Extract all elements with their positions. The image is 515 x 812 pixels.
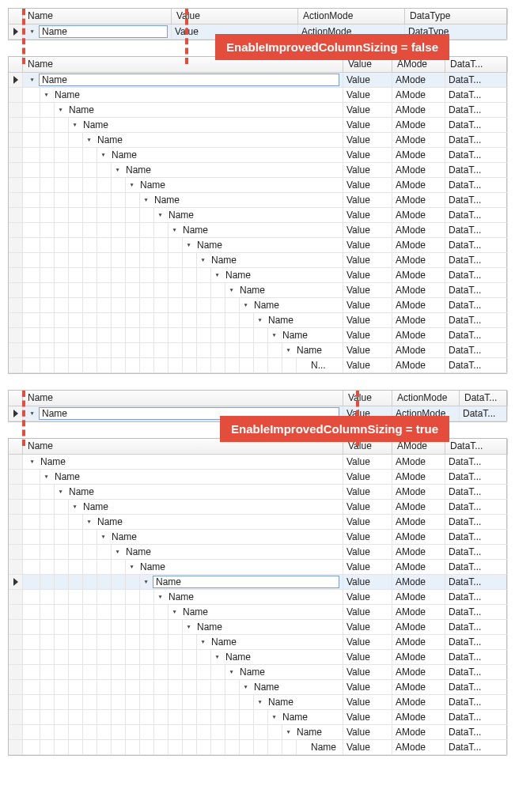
tree-row[interactable]: NameValueAModeDataT...	[9, 665, 506, 680]
cell-name[interactable]: Name	[23, 485, 343, 500]
cell-name[interactable]: Name	[23, 343, 343, 358]
cell-value[interactable]: Value	[343, 103, 392, 118]
cell-name[interactable]: Name	[23, 680, 343, 695]
cell-name[interactable]: Name	[23, 500, 343, 515]
tree-row[interactable]: NameValueAModeDataT...	[9, 343, 506, 358]
cell-value[interactable]: Value	[343, 358, 392, 373]
tree-row[interactable]: NameValueAModeDataT...	[9, 635, 506, 650]
cell-value[interactable]: Value	[343, 455, 392, 470]
expand-collapse-icon[interactable]	[55, 488, 67, 496]
tree-row[interactable]: NameValueAModeDataT...	[9, 590, 506, 605]
cell-name[interactable]: Name	[23, 193, 343, 208]
cell-datatype[interactable]: DataT...	[445, 590, 508, 605]
cell-datatype[interactable]: DataT...	[445, 223, 508, 238]
column-header-name[interactable]: Name	[23, 391, 343, 406]
expand-collapse-icon[interactable]	[140, 578, 153, 586]
cell-value[interactable]: Value	[343, 620, 392, 635]
cell-name[interactable]: N...	[23, 358, 343, 373]
tree-row[interactable]: NameValueAModeDataT...	[9, 268, 506, 283]
cell-actionmode[interactable]: AMode	[392, 605, 445, 620]
cell-name[interactable]: Name	[23, 253, 343, 268]
column-header-am[interactable]: ActionMode	[392, 391, 460, 406]
cell-value[interactable]: Value	[343, 313, 392, 328]
tree-row[interactable]: NameValueAModeDataT...	[9, 118, 506, 133]
expand-collapse-icon[interactable]	[112, 548, 124, 556]
cell-name[interactable]: Name	[23, 268, 343, 283]
expand-collapse-icon[interactable]	[254, 316, 267, 324]
cell-actionmode[interactable]: AMode	[392, 358, 445, 373]
expand-collapse-icon[interactable]	[211, 271, 224, 279]
cell-value[interactable]: Value	[343, 530, 392, 545]
cell-value[interactable]: Value	[343, 680, 392, 695]
cell-actionmode[interactable]: AMode	[392, 238, 445, 253]
cell-name[interactable]: Name	[23, 590, 343, 605]
cell-datatype[interactable]: DataT...	[445, 283, 508, 298]
cell-datatype[interactable]: DataT...	[445, 455, 508, 470]
expand-collapse-icon[interactable]	[254, 698, 267, 706]
tree-row[interactable]: NameValueAModeDataT...	[9, 313, 506, 328]
cell-value[interactable]: Value	[343, 343, 392, 358]
cell-actionmode[interactable]: AMode	[392, 88, 445, 103]
cell-actionmode[interactable]: AMode	[392, 635, 445, 650]
cell-value[interactable]: Value	[343, 148, 392, 163]
cell-datatype[interactable]: DataT...	[445, 530, 508, 545]
cell-actionmode[interactable]: AMode	[392, 515, 445, 530]
cell-name[interactable]: Name	[23, 298, 343, 313]
cell-datatype[interactable]: DataT...	[445, 470, 508, 485]
expand-collapse-icon[interactable]	[282, 346, 295, 354]
expand-collapse-icon[interactable]	[97, 533, 110, 541]
tree-row[interactable]: NameValueAModeDataT...	[9, 575, 506, 590]
cell-datatype[interactable]: DataT...	[445, 620, 508, 635]
expand-collapse-icon[interactable]	[112, 166, 124, 174]
expand-collapse-icon[interactable]	[169, 226, 181, 234]
cell-value[interactable]: Value	[343, 208, 392, 223]
cell-datatype[interactable]: DataT...	[445, 73, 508, 88]
cell-name[interactable]: Name	[23, 148, 343, 163]
cell-actionmode[interactable]: AMode	[392, 455, 445, 470]
cell-datatype[interactable]: DataT...	[445, 710, 508, 725]
tree-row[interactable]: NameValueAModeDataT...	[9, 133, 506, 148]
cell-value[interactable]: Value	[343, 223, 392, 238]
cell-name[interactable]: Name	[23, 283, 343, 298]
cell-datatype[interactable]: DataT...	[445, 500, 508, 515]
cell-actionmode[interactable]: AMode	[392, 650, 445, 665]
tree-row[interactable]: NameValueAModeDataT...	[9, 283, 506, 298]
cell-name[interactable]: Name	[23, 560, 343, 575]
cell-actionmode[interactable]: AMode	[392, 268, 445, 283]
cell-name[interactable]: Name	[23, 650, 343, 665]
expand-collapse-icon[interactable]	[282, 728, 295, 736]
cell-name[interactable]: Name	[23, 545, 343, 560]
tree-row[interactable]: NameValueAModeDataT...	[9, 73, 506, 88]
tree-row[interactable]: NameValueAModeDataT...	[9, 470, 506, 485]
cell-name[interactable]: Name	[23, 328, 343, 343]
column-header-dt[interactable]: DataT...	[445, 439, 508, 455]
cell-datatype[interactable]: DataT...	[445, 358, 508, 373]
cell-value[interactable]: Value	[343, 515, 392, 530]
tree-row[interactable]: NameValueAModeDataT...	[9, 88, 506, 103]
expand-collapse-icon[interactable]	[197, 256, 210, 264]
cell-actionmode[interactable]: AMode	[392, 560, 445, 575]
expand-collapse-icon[interactable]	[240, 301, 252, 309]
cell-actionmode[interactable]: AMode	[392, 680, 445, 695]
expand-collapse-icon[interactable]	[240, 683, 252, 691]
cell-actionmode[interactable]: AMode	[392, 283, 445, 298]
cell-actionmode[interactable]: AMode	[392, 118, 445, 133]
cell-name[interactable]: Name	[23, 725, 343, 740]
name-edit-input[interactable]: Name	[39, 74, 339, 86]
tree-row[interactable]: NameValueAModeDataT...	[9, 530, 506, 545]
cell-value[interactable]: Value	[343, 650, 392, 665]
cell-value[interactable]: Value	[343, 283, 392, 298]
cell-actionmode[interactable]: AMode	[392, 253, 445, 268]
cell-actionmode[interactable]: AMode	[392, 740, 445, 755]
tree-row[interactable]: NameValueAModeDataT...	[9, 328, 506, 343]
cell-value[interactable]: Value	[343, 485, 392, 500]
cell-value[interactable]: Value	[343, 470, 392, 485]
tree-row[interactable]: NameValueAModeDataT...	[9, 163, 506, 178]
cell-name[interactable]: Name	[23, 223, 343, 238]
cell-datatype[interactable]: DataT...	[445, 485, 508, 500]
expand-collapse-icon[interactable]	[69, 503, 81, 511]
tree-row[interactable]: NameValueAModeDataT...	[9, 695, 506, 710]
cell-name[interactable]: Name	[23, 740, 343, 755]
cell-value[interactable]: Value	[343, 740, 392, 755]
expand-collapse-icon[interactable]	[40, 91, 53, 99]
